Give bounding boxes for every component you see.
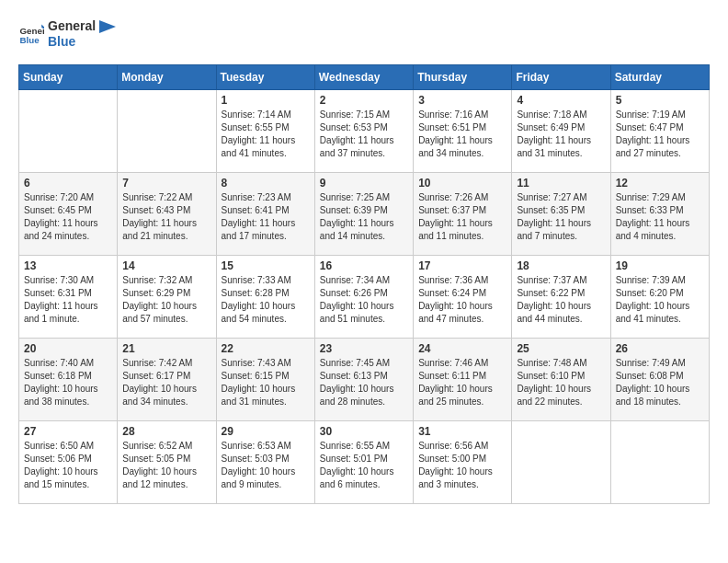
calendar-cell: 19Sunrise: 7:39 AM Sunset: 6:20 PM Dayli… xyxy=(610,255,709,338)
day-info: Sunrise: 6:52 AM Sunset: 5:05 PM Dayligh… xyxy=(122,440,210,491)
calendar-cell: 2Sunrise: 7:15 AM Sunset: 6:53 PM Daylig… xyxy=(314,89,413,172)
calendar-cell xyxy=(512,420,610,503)
calendar-cell xyxy=(118,89,216,172)
logo-blue-text: Blue xyxy=(48,34,116,50)
calendar-cell: 3Sunrise: 7:16 AM Sunset: 6:51 PM Daylig… xyxy=(414,89,512,172)
calendar-cell: 10Sunrise: 7:26 AM Sunset: 6:37 PM Dayli… xyxy=(414,172,512,255)
calendar-cell: 7Sunrise: 7:22 AM Sunset: 6:43 PM Daylig… xyxy=(118,172,216,255)
logo-icon: General Blue xyxy=(18,21,44,47)
page-header: General Blue General Blue xyxy=(18,18,710,50)
day-info: Sunrise: 7:26 AM Sunset: 6:37 PM Dayligh… xyxy=(418,191,506,243)
day-info: Sunrise: 7:23 AM Sunset: 6:41 PM Dayligh… xyxy=(222,191,310,243)
day-info: Sunrise: 7:15 AM Sunset: 6:53 PM Dayligh… xyxy=(320,109,408,160)
calendar-cell xyxy=(19,89,118,172)
day-info: Sunrise: 7:20 AM Sunset: 6:45 PM Dayligh… xyxy=(24,191,112,243)
day-number: 14 xyxy=(122,259,210,272)
day-number: 26 xyxy=(616,342,704,355)
day-number: 20 xyxy=(24,342,112,355)
calendar-week-5: 27Sunrise: 6:50 AM Sunset: 5:06 PM Dayli… xyxy=(19,420,710,503)
svg-marker-3 xyxy=(99,20,116,33)
calendar-cell: 22Sunrise: 7:43 AM Sunset: 6:15 PM Dayli… xyxy=(216,338,314,420)
calendar-cell: 27Sunrise: 6:50 AM Sunset: 5:06 PM Dayli… xyxy=(19,420,118,503)
day-info: Sunrise: 7:29 AM Sunset: 6:33 PM Dayligh… xyxy=(616,191,704,243)
calendar-cell: 21Sunrise: 7:42 AM Sunset: 6:17 PM Dayli… xyxy=(118,338,216,420)
day-number: 22 xyxy=(222,342,310,355)
day-info: Sunrise: 6:56 AM Sunset: 5:00 PM Dayligh… xyxy=(418,440,506,491)
svg-text:Blue: Blue xyxy=(19,35,40,45)
day-info: Sunrise: 7:46 AM Sunset: 6:11 PM Dayligh… xyxy=(418,357,506,408)
header-friday: Friday xyxy=(512,64,610,89)
calendar-cell: 6Sunrise: 7:20 AM Sunset: 6:45 PM Daylig… xyxy=(19,172,118,255)
day-number: 13 xyxy=(24,259,112,272)
day-info: Sunrise: 7:49 AM Sunset: 6:08 PM Dayligh… xyxy=(616,357,704,408)
day-number: 5 xyxy=(616,94,704,107)
day-number: 25 xyxy=(517,342,605,355)
day-number: 27 xyxy=(24,425,112,438)
flag-icon xyxy=(99,20,116,33)
day-number: 7 xyxy=(122,177,210,190)
calendar-cell: 12Sunrise: 7:29 AM Sunset: 6:33 PM Dayli… xyxy=(610,172,709,255)
day-number: 6 xyxy=(24,177,112,190)
day-info: Sunrise: 7:18 AM Sunset: 6:49 PM Dayligh… xyxy=(517,109,605,160)
calendar-cell: 13Sunrise: 7:30 AM Sunset: 6:31 PM Dayli… xyxy=(19,255,118,338)
calendar-table: SundayMondayTuesdayWednesdayThursdayFrid… xyxy=(18,64,710,504)
day-number: 1 xyxy=(222,94,310,107)
day-number: 8 xyxy=(222,177,310,190)
day-info: Sunrise: 7:45 AM Sunset: 6:13 PM Dayligh… xyxy=(320,357,408,408)
day-info: Sunrise: 7:25 AM Sunset: 6:39 PM Dayligh… xyxy=(320,191,408,243)
header-tuesday: Tuesday xyxy=(216,64,314,89)
day-info: Sunrise: 7:16 AM Sunset: 6:51 PM Dayligh… xyxy=(418,109,506,160)
day-number: 17 xyxy=(418,259,506,272)
day-number: 30 xyxy=(320,425,408,438)
day-info: Sunrise: 7:43 AM Sunset: 6:15 PM Dayligh… xyxy=(222,357,310,408)
calendar-cell: 5Sunrise: 7:19 AM Sunset: 6:47 PM Daylig… xyxy=(610,89,709,172)
day-number: 18 xyxy=(517,259,605,272)
calendar-cell: 15Sunrise: 7:33 AM Sunset: 6:28 PM Dayli… xyxy=(216,255,314,338)
calendar-cell: 9Sunrise: 7:25 AM Sunset: 6:39 PM Daylig… xyxy=(314,172,413,255)
day-info: Sunrise: 7:36 AM Sunset: 6:24 PM Dayligh… xyxy=(418,274,506,326)
day-info: Sunrise: 7:19 AM Sunset: 6:47 PM Dayligh… xyxy=(616,109,704,160)
day-info: Sunrise: 7:42 AM Sunset: 6:17 PM Dayligh… xyxy=(122,357,210,408)
day-info: Sunrise: 6:53 AM Sunset: 5:03 PM Dayligh… xyxy=(222,440,310,491)
header-thursday: Thursday xyxy=(414,64,512,89)
calendar-header-row: SundayMondayTuesdayWednesdayThursdayFrid… xyxy=(19,64,710,89)
day-info: Sunrise: 7:34 AM Sunset: 6:26 PM Dayligh… xyxy=(320,274,408,326)
day-number: 4 xyxy=(517,94,605,107)
day-number: 3 xyxy=(418,94,506,107)
calendar-cell: 20Sunrise: 7:40 AM Sunset: 6:18 PM Dayli… xyxy=(19,338,118,420)
calendar-week-2: 6Sunrise: 7:20 AM Sunset: 6:45 PM Daylig… xyxy=(19,172,710,255)
calendar-cell: 18Sunrise: 7:37 AM Sunset: 6:22 PM Dayli… xyxy=(512,255,610,338)
calendar-cell: 17Sunrise: 7:36 AM Sunset: 6:24 PM Dayli… xyxy=(414,255,512,338)
calendar-cell: 30Sunrise: 6:55 AM Sunset: 5:01 PM Dayli… xyxy=(314,420,413,503)
calendar-cell: 26Sunrise: 7:49 AM Sunset: 6:08 PM Dayli… xyxy=(610,338,709,420)
day-info: Sunrise: 7:39 AM Sunset: 6:20 PM Dayligh… xyxy=(616,274,704,326)
day-number: 12 xyxy=(616,177,704,190)
day-number: 9 xyxy=(320,177,408,190)
day-number: 15 xyxy=(222,259,310,272)
day-number: 19 xyxy=(616,259,704,272)
day-number: 29 xyxy=(222,425,310,438)
day-info: Sunrise: 7:33 AM Sunset: 6:28 PM Dayligh… xyxy=(222,274,310,326)
day-number: 28 xyxy=(122,425,210,438)
calendar-cell: 23Sunrise: 7:45 AM Sunset: 6:13 PM Dayli… xyxy=(314,338,413,420)
day-number: 21 xyxy=(122,342,210,355)
day-info: Sunrise: 7:40 AM Sunset: 6:18 PM Dayligh… xyxy=(24,357,112,408)
day-info: Sunrise: 7:30 AM Sunset: 6:31 PM Dayligh… xyxy=(24,274,112,326)
day-number: 31 xyxy=(418,425,506,438)
calendar-week-1: 1Sunrise: 7:14 AM Sunset: 6:55 PM Daylig… xyxy=(19,89,710,172)
calendar-cell: 11Sunrise: 7:27 AM Sunset: 6:35 PM Dayli… xyxy=(512,172,610,255)
day-info: Sunrise: 7:27 AM Sunset: 6:35 PM Dayligh… xyxy=(517,191,605,243)
day-info: Sunrise: 7:14 AM Sunset: 6:55 PM Dayligh… xyxy=(222,109,310,160)
day-number: 24 xyxy=(418,342,506,355)
header-sunday: Sunday xyxy=(19,64,118,89)
calendar-week-4: 20Sunrise: 7:40 AM Sunset: 6:18 PM Dayli… xyxy=(19,338,710,420)
header-saturday: Saturday xyxy=(610,64,709,89)
day-number: 2 xyxy=(320,94,408,107)
calendar-cell: 1Sunrise: 7:14 AM Sunset: 6:55 PM Daylig… xyxy=(216,89,314,172)
logo: General Blue General Blue xyxy=(18,18,116,50)
day-number: 23 xyxy=(320,342,408,355)
header-wednesday: Wednesday xyxy=(314,64,413,89)
day-info: Sunrise: 6:55 AM Sunset: 5:01 PM Dayligh… xyxy=(320,440,408,491)
calendar-cell: 25Sunrise: 7:48 AM Sunset: 6:10 PM Dayli… xyxy=(512,338,610,420)
day-number: 11 xyxy=(517,177,605,190)
